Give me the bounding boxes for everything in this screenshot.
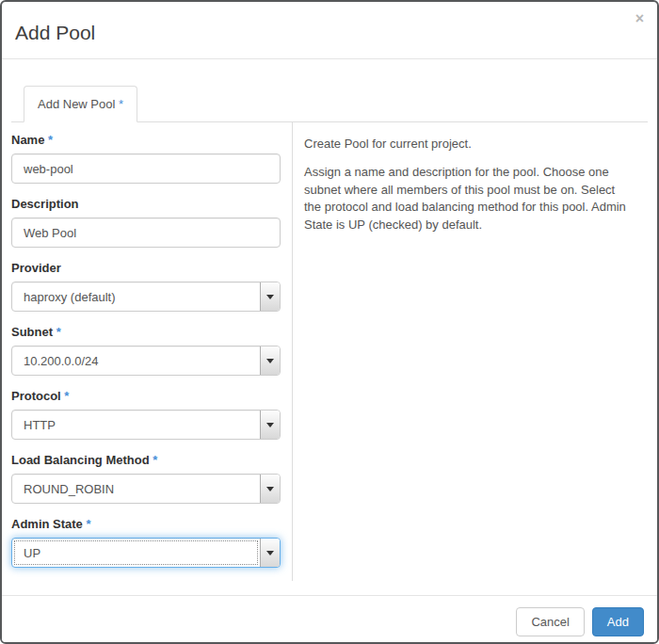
help-panel: Create Pool for current project. Assign … [293,122,648,581]
dropdown-button[interactable] [260,475,280,503]
cancel-button[interactable]: Cancel [516,607,584,636]
modal-body: Add New Pool * Name * Description Provid… [2,59,657,595]
modal-footer: Cancel Add [2,595,657,644]
caret-down-icon [266,423,274,427]
provider-select-value: haproxy (default) [12,290,116,304]
required-asterisk: * [153,453,157,467]
tab-add-new-pool[interactable]: Add New Pool * [24,86,137,122]
protocol-select-value: HTTP [12,418,56,432]
tab-bar: Add New Pool * [11,86,648,122]
required-asterisk: * [48,133,53,147]
name-field-group: Name * [11,133,281,184]
add-button[interactable]: Add [592,607,644,636]
subnet-select[interactable]: 10.200.0.0/24 [11,346,281,376]
tab-content: Name * Description Provider haproxy (def… [11,122,648,581]
admin-state-field-group: Admin State * UP [11,517,281,568]
lb-method-label: Load Balancing Method * [11,453,281,467]
caret-down-icon [266,359,274,363]
help-intro: Create Pool for current project. [304,136,629,153]
subnet-field-group: Subnet * 10.200.0.0/24 [11,325,281,376]
caret-down-icon [266,551,274,555]
provider-label: Provider [11,261,281,275]
dropdown-button[interactable] [260,539,280,567]
tab-label: Add New Pool [38,97,115,111]
provider-field-group: Provider haproxy (default) [11,261,281,312]
lb-method-field-group: Load Balancing Method * ROUND_ROBIN [11,453,281,504]
provider-select[interactable]: haproxy (default) [11,282,281,312]
description-label: Description [11,197,281,211]
name-input[interactable] [11,153,281,184]
required-asterisk: * [56,325,61,339]
description-field-group: Description [11,197,281,248]
required-asterisk: * [86,517,90,531]
add-pool-modal: Add Pool × Add New Pool * Name * Descrip… [0,0,659,644]
admin-state-label: Admin State * [11,517,281,531]
description-input[interactable] [11,217,281,248]
dropdown-button[interactable] [260,411,280,439]
required-asterisk: * [64,389,69,403]
modal-header: Add Pool × [2,2,657,59]
dropdown-button[interactable] [260,346,280,375]
protocol-select[interactable]: HTTP [11,410,281,440]
pool-form: Name * Description Provider haproxy (def… [11,122,293,581]
focus-ring [14,540,258,565]
required-asterisk: * [119,97,123,111]
caret-down-icon [266,487,274,491]
protocol-label: Protocol * [11,389,281,403]
page-title: Add Pool [15,22,642,44]
protocol-field-group: Protocol * HTTP [11,389,281,440]
name-label: Name * [11,133,281,147]
admin-state-select-value: UP [12,546,40,560]
close-icon[interactable]: × [635,11,644,26]
dropdown-button[interactable] [260,282,280,311]
subnet-label: Subnet * [11,325,281,339]
help-body: Assign a name and description for the po… [304,164,629,233]
subnet-select-value: 10.200.0.0/24 [12,354,99,368]
lb-method-select[interactable]: ROUND_ROBIN [11,474,281,504]
admin-state-select[interactable]: UP [11,538,281,568]
lb-method-select-value: ROUND_ROBIN [12,482,114,496]
caret-down-icon [266,295,274,299]
